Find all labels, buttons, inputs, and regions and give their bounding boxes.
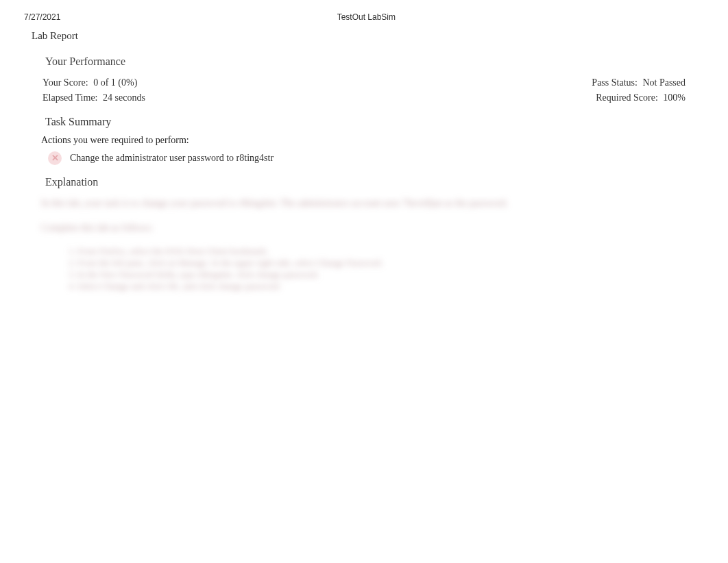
pass-status-label: Pass Status: [592, 77, 638, 88]
required-score-value: 100% [663, 92, 685, 103]
score-value: 0 of 1 (0%) [93, 77, 137, 88]
elapsed-value: 24 seconds [103, 92, 145, 103]
elapsed-row: Elapsed Time: 24 seconds [43, 92, 145, 103]
pass-status-row: Pass Status: Not Passed [592, 77, 685, 88]
meta-header: 7/27/2021 TestOut LabSim [0, 0, 728, 22]
score-label: Your Score: [43, 77, 88, 88]
blurred-step: 4. Select Change and click OK, and click… [69, 281, 687, 292]
task-summary-title: Task Summary [27, 103, 701, 128]
fail-icon: ✕ [48, 151, 62, 165]
header-app-title: TestOut LabSim [337, 12, 396, 22]
required-score-row: Required Score: 100% [592, 92, 685, 103]
performance-section-title: Your Performance [27, 55, 701, 68]
pass-status-value: Not Passed [642, 77, 685, 88]
score-row: Your Score: 0 of 1 (0%) [43, 77, 145, 88]
content-block: Your Performance Your Score: 0 of 1 (0%)… [27, 50, 701, 298]
blurred-intro: In this lab, your task is to change your… [41, 198, 687, 209]
perf-left-column: Your Score: 0 of 1 (0%) Elapsed Time: 24… [43, 77, 145, 103]
task-text: Change the administrator user password t… [70, 153, 274, 164]
task-row: ✕ Change the administrator user password… [27, 146, 701, 165]
perf-right-column: Pass Status: Not Passed Required Score: … [592, 77, 685, 103]
explanation-title: Explanation [27, 165, 701, 188]
blurred-step: 1. From Firefox, select the ESXi Host Cl… [69, 246, 687, 258]
actions-required-label: Actions you were required to perform: [27, 128, 701, 146]
blurred-step: 2. From the left pane, click on Manage. … [69, 258, 687, 269]
blurred-step: 3. In the New Password fields, type r8ti… [69, 269, 687, 281]
blurred-steps-intro: Complete this lab as follows: [41, 223, 687, 234]
required-score-label: Required Score: [596, 92, 658, 103]
performance-grid: Your Score: 0 of 1 (0%) Elapsed Time: 24… [27, 77, 701, 103]
elapsed-label: Elapsed Time: [43, 92, 98, 103]
blurred-explanation: In this lab, your task is to change your… [41, 198, 687, 292]
header-date: 7/27/2021 [24, 12, 60, 22]
report-title: Lab Report [0, 22, 728, 42]
blurred-steps-list: 1. From Firefox, select the ESXi Host Cl… [69, 246, 687, 292]
